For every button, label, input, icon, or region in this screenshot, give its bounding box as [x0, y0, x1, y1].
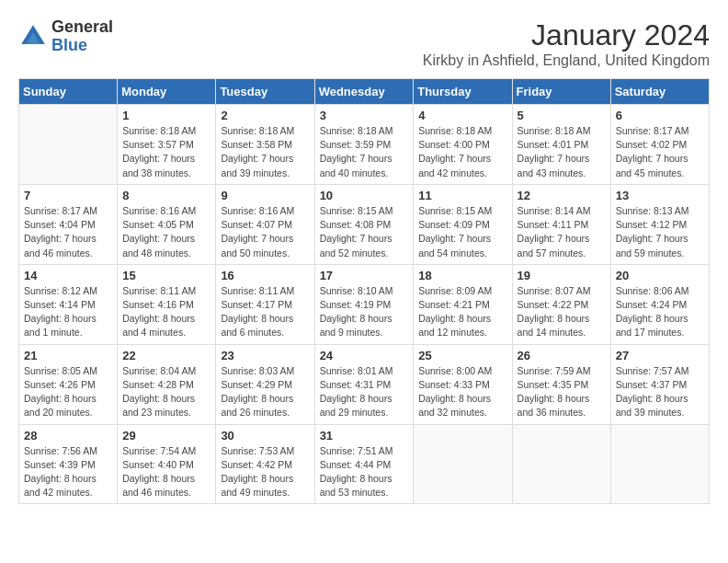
day-number: 22	[122, 349, 210, 362]
weekday-header: Friday	[512, 79, 610, 105]
day-number: 7	[24, 189, 112, 202]
calendar-cell: 22Sunrise: 8:04 AM Sunset: 4:28 PM Dayli…	[118, 344, 216, 424]
calendar-cell: 5Sunrise: 8:18 AM Sunset: 4:01 PM Daylig…	[512, 105, 610, 185]
calendar-cell: 2Sunrise: 8:18 AM Sunset: 3:58 PM Daylig…	[216, 105, 314, 185]
day-number: 11	[418, 189, 506, 202]
day-number: 30	[221, 429, 309, 442]
weekday-header-row: SundayMondayTuesdayWednesdayThursdayFrid…	[19, 79, 710, 105]
calendar-cell: 16Sunrise: 8:11 AM Sunset: 4:17 PM Dayli…	[216, 264, 314, 344]
day-info: Sunrise: 8:01 AM Sunset: 4:31 PM Dayligh…	[320, 364, 409, 420]
title-block: January 2024 Kirkby in Ashfield, England…	[423, 18, 710, 69]
day-info: Sunrise: 8:18 AM Sunset: 3:57 PM Dayligh…	[122, 124, 210, 180]
logo-text: General Blue	[51, 18, 113, 55]
calendar-cell: 20Sunrise: 8:06 AM Sunset: 4:24 PM Dayli…	[610, 264, 709, 344]
day-info: Sunrise: 8:18 AM Sunset: 3:58 PM Dayligh…	[221, 124, 309, 180]
calendar-cell: 14Sunrise: 8:12 AM Sunset: 4:14 PM Dayli…	[19, 264, 118, 344]
calendar-body: 1Sunrise: 8:18 AM Sunset: 3:57 PM Daylig…	[19, 105, 710, 504]
calendar-cell: 31Sunrise: 7:51 AM Sunset: 4:44 PM Dayli…	[314, 424, 414, 504]
day-info: Sunrise: 8:16 AM Sunset: 4:05 PM Dayligh…	[122, 204, 210, 260]
day-info: Sunrise: 7:51 AM Sunset: 4:44 PM Dayligh…	[320, 444, 409, 500]
day-info: Sunrise: 8:11 AM Sunset: 4:17 PM Dayligh…	[221, 284, 309, 340]
day-info: Sunrise: 8:09 AM Sunset: 4:21 PM Dayligh…	[418, 284, 506, 340]
calendar-cell: 21Sunrise: 8:05 AM Sunset: 4:26 PM Dayli…	[19, 344, 118, 424]
calendar-cell: 7Sunrise: 8:17 AM Sunset: 4:04 PM Daylig…	[19, 184, 118, 264]
day-number: 24	[320, 349, 409, 362]
day-number: 23	[221, 349, 309, 362]
day-info: Sunrise: 8:03 AM Sunset: 4:29 PM Dayligh…	[221, 364, 309, 420]
calendar-cell: 18Sunrise: 8:09 AM Sunset: 4:21 PM Dayli…	[414, 264, 512, 344]
day-number: 27	[616, 349, 704, 362]
calendar-cell: 17Sunrise: 8:10 AM Sunset: 4:19 PM Dayli…	[314, 264, 414, 344]
calendar-cell: 9Sunrise: 8:16 AM Sunset: 4:07 PM Daylig…	[216, 184, 314, 264]
calendar-week-row: 7Sunrise: 8:17 AM Sunset: 4:04 PM Daylig…	[19, 184, 710, 264]
day-number: 28	[24, 429, 112, 442]
calendar-cell	[19, 105, 118, 185]
day-info: Sunrise: 8:05 AM Sunset: 4:26 PM Dayligh…	[24, 364, 112, 420]
calendar-cell: 13Sunrise: 8:13 AM Sunset: 4:12 PM Dayli…	[610, 184, 709, 264]
day-number: 18	[418, 269, 506, 282]
day-number: 25	[418, 349, 506, 362]
day-number: 14	[24, 269, 112, 282]
weekday-header: Tuesday	[216, 79, 314, 105]
day-info: Sunrise: 8:06 AM Sunset: 4:24 PM Dayligh…	[616, 284, 704, 340]
calendar-cell: 25Sunrise: 8:00 AM Sunset: 4:33 PM Dayli…	[414, 344, 512, 424]
calendar-cell: 12Sunrise: 8:14 AM Sunset: 4:11 PM Dayli…	[512, 184, 610, 264]
day-number: 8	[122, 189, 210, 202]
day-info: Sunrise: 8:12 AM Sunset: 4:14 PM Dayligh…	[24, 284, 112, 340]
day-info: Sunrise: 7:54 AM Sunset: 4:40 PM Dayligh…	[122, 444, 210, 500]
page-subtitle: Kirkby in Ashfield, England, United King…	[423, 52, 710, 69]
day-number: 26	[518, 349, 606, 362]
day-number: 2	[221, 109, 309, 122]
calendar-cell: 28Sunrise: 7:56 AM Sunset: 4:39 PM Dayli…	[19, 424, 118, 504]
day-number: 5	[518, 109, 606, 122]
day-number: 6	[616, 109, 704, 122]
day-info: Sunrise: 8:11 AM Sunset: 4:16 PM Dayligh…	[122, 284, 210, 340]
day-number: 12	[518, 189, 606, 202]
page-title: January 2024	[423, 18, 710, 52]
calendar-cell	[610, 424, 709, 504]
day-info: Sunrise: 8:13 AM Sunset: 4:12 PM Dayligh…	[616, 204, 704, 260]
calendar-cell: 11Sunrise: 8:15 AM Sunset: 4:09 PM Dayli…	[414, 184, 512, 264]
day-info: Sunrise: 8:17 AM Sunset: 4:02 PM Dayligh…	[616, 124, 704, 180]
calendar-week-row: 14Sunrise: 8:12 AM Sunset: 4:14 PM Dayli…	[19, 264, 710, 344]
day-number: 17	[320, 269, 409, 282]
calendar-cell: 30Sunrise: 7:53 AM Sunset: 4:42 PM Dayli…	[216, 424, 314, 504]
calendar-header: SundayMondayTuesdayWednesdayThursdayFrid…	[19, 79, 710, 105]
day-number: 3	[320, 109, 409, 122]
calendar-cell: 27Sunrise: 7:57 AM Sunset: 4:37 PM Dayli…	[610, 344, 709, 424]
calendar-week-row: 28Sunrise: 7:56 AM Sunset: 4:39 PM Dayli…	[19, 424, 710, 504]
calendar-cell: 4Sunrise: 8:18 AM Sunset: 4:00 PM Daylig…	[414, 105, 512, 185]
day-info: Sunrise: 8:18 AM Sunset: 4:00 PM Dayligh…	[418, 124, 506, 180]
day-info: Sunrise: 8:14 AM Sunset: 4:11 PM Dayligh…	[518, 204, 606, 260]
day-info: Sunrise: 8:00 AM Sunset: 4:33 PM Dayligh…	[418, 364, 506, 420]
day-number: 20	[616, 269, 704, 282]
day-info: Sunrise: 7:57 AM Sunset: 4:37 PM Dayligh…	[616, 364, 704, 420]
weekday-header: Wednesday	[314, 79, 414, 105]
calendar-cell	[414, 424, 512, 504]
logo-icon	[18, 22, 48, 52]
day-number: 10	[320, 189, 409, 202]
day-info: Sunrise: 8:10 AM Sunset: 4:19 PM Dayligh…	[320, 284, 409, 340]
day-info: Sunrise: 8:15 AM Sunset: 4:09 PM Dayligh…	[418, 204, 506, 260]
day-number: 19	[518, 269, 606, 282]
calendar-cell: 24Sunrise: 8:01 AM Sunset: 4:31 PM Dayli…	[314, 344, 414, 424]
calendar-cell: 1Sunrise: 8:18 AM Sunset: 3:57 PM Daylig…	[118, 105, 216, 185]
calendar-cell: 29Sunrise: 7:54 AM Sunset: 4:40 PM Dayli…	[118, 424, 216, 504]
weekday-header: Thursday	[414, 79, 512, 105]
logo: General Blue	[18, 18, 113, 55]
calendar-table: SundayMondayTuesdayWednesdayThursdayFrid…	[18, 78, 710, 504]
calendar-cell: 26Sunrise: 7:59 AM Sunset: 4:35 PM Dayli…	[512, 344, 610, 424]
weekday-header: Sunday	[19, 79, 118, 105]
day-info: Sunrise: 8:15 AM Sunset: 4:08 PM Dayligh…	[320, 204, 409, 260]
day-info: Sunrise: 8:18 AM Sunset: 4:01 PM Dayligh…	[518, 124, 606, 180]
weekday-header: Monday	[118, 79, 216, 105]
calendar-week-row: 1Sunrise: 8:18 AM Sunset: 3:57 PM Daylig…	[19, 105, 710, 185]
day-info: Sunrise: 7:59 AM Sunset: 4:35 PM Dayligh…	[518, 364, 606, 420]
calendar-cell	[512, 424, 610, 504]
calendar-cell: 6Sunrise: 8:17 AM Sunset: 4:02 PM Daylig…	[610, 105, 709, 185]
calendar-cell: 19Sunrise: 8:07 AM Sunset: 4:22 PM Dayli…	[512, 264, 610, 344]
day-info: Sunrise: 8:17 AM Sunset: 4:04 PM Dayligh…	[24, 204, 112, 260]
logo-blue: Blue	[51, 37, 113, 55]
day-number: 15	[122, 269, 210, 282]
calendar-cell: 3Sunrise: 8:18 AM Sunset: 3:59 PM Daylig…	[314, 105, 414, 185]
